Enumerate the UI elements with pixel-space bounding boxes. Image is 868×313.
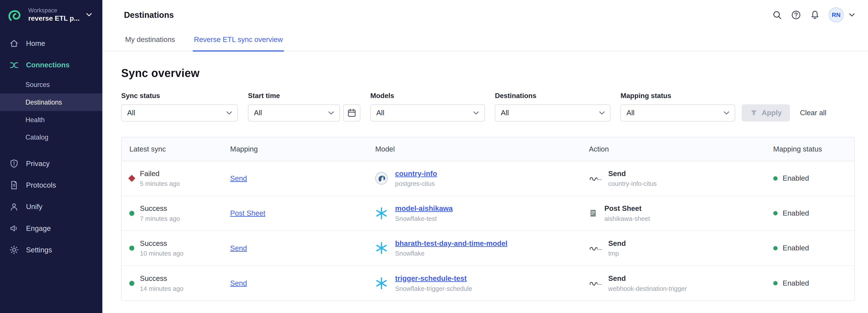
chevron-down-icon[interactable] [849,13,855,17]
connections-subnav: Sources Destinations Health Catalog [0,76,102,150]
sidebar-item-label: Engage [26,224,51,232]
sidebar-subitem-label: Destinations [25,98,62,106]
mapping-status-text: Enabled [783,244,809,253]
document-icon [9,180,19,190]
action-destination-text: aishikawa-sheet [604,215,650,223]
section-title: Sync overview [121,67,855,80]
megaphone-icon [9,224,19,233]
top-header: Destinations RN [102,0,868,30]
enabled-status-icon [773,176,778,181]
success-status-icon [129,246,134,251]
workspace-switcher[interactable]: Workspace reverse ETL p... [0,0,102,30]
filter-label: Models [370,92,485,100]
sidebar-item-health[interactable]: Health [0,111,102,129]
sidebar-subitem-label: Catalog [25,133,48,141]
filter-icon [750,109,758,117]
search-icon[interactable] [772,10,782,20]
bell-icon[interactable] [810,10,820,20]
model-link[interactable]: trigger-schedule-test [395,274,472,283]
action-destination-text: tmp [608,250,626,257]
table-row: Failed 5 minutes ago Send country-info p… [122,161,854,196]
chevron-down-icon [724,111,729,115]
model-source-text: Snowflake [395,250,507,257]
success-status-icon [129,211,134,216]
model-source-text: Snowflake-trigger-schedule [395,285,472,292]
calendar-icon [347,108,356,118]
sidebar-item-catalog[interactable]: Catalog [0,128,102,146]
sync-time-text: 14 minutes ago [140,285,183,292]
chevron-down-icon [226,111,232,115]
clear-all-button[interactable]: Clear all [800,109,826,117]
sidebar-item-sources[interactable]: Sources [0,76,102,93]
tab-reverse-etl-sync-overview[interactable]: Reverse ETL sync overview [193,30,284,52]
sidebar-item-label: Unify [26,202,42,211]
shield-icon [9,159,19,168]
sidebar-item-privacy[interactable]: Privacy [0,153,102,174]
models-select[interactable]: All [370,104,485,122]
mapping-link[interactable]: Post Sheet [230,209,266,217]
chevron-down-icon [86,13,92,16]
model-link[interactable]: country-info [395,169,437,178]
sidebar-item-label: Privacy [26,160,50,168]
webhook-icon [589,244,602,252]
filter-label: Mapping status [620,92,735,100]
sync-status-text: Success [140,274,183,283]
snowflake-icon [375,242,388,254]
workspace-info: Workspace reverse ETL p... [28,7,80,22]
sidebar-item-connections[interactable]: Connections [0,54,102,76]
filter-sync-status: Sync status All [121,92,238,121]
webhook-icon [589,175,602,182]
sidebar-subitem-label: Sources [25,81,50,88]
sidebar-item-destinations[interactable]: Destinations [0,93,102,111]
tab-my-destinations[interactable]: My destinations [124,30,176,52]
table-row: Success 10 minutes ago Send bharath-test… [122,231,854,265]
snowflake-icon [375,207,388,220]
sidebar-item-unify[interactable]: Unify [0,196,102,218]
destinations-select[interactable]: All [495,104,611,122]
filter-models: Models All [370,92,485,121]
column-header-latest-sync: Latest sync [129,145,230,153]
sidebar-item-home[interactable]: Home [0,33,102,54]
webhook-icon [589,279,602,287]
filter-start-time: Start time All [248,92,360,121]
model-link[interactable]: bharath-test-day-and-time-model [395,239,507,248]
mapping-status-text: Enabled [783,209,809,218]
mapping-status-text: Enabled [783,279,809,288]
filter-label: Start time [248,92,360,100]
help-icon[interactable] [791,10,801,20]
apply-button[interactable]: Apply [742,104,790,122]
sidebar-item-engage[interactable]: Engage [0,218,102,239]
postgres-icon [375,172,388,185]
action-destination-text: country-info-citus [608,180,657,188]
avatar[interactable]: RN [829,7,844,22]
sidebar: Workspace reverse ETL p... Home Connecti… [0,0,102,313]
workspace-name: reverse ETL p... [28,14,80,22]
mapping-link[interactable]: Send [230,244,247,252]
mapping-link[interactable]: Send [230,279,247,287]
enabled-status-icon [773,246,778,250]
sync-status-text: Failed [140,169,180,178]
chevron-down-icon [329,111,334,115]
action-name-text: Post Sheet [604,204,650,213]
start-time-select[interactable]: All [248,104,340,122]
gear-icon [9,245,19,254]
mapping-status-select[interactable]: All [620,104,735,122]
select-value: All [501,109,509,117]
person-icon [9,202,19,212]
chevron-down-icon [599,111,604,115]
mapping-link[interactable]: Send [230,174,247,183]
sync-status-select[interactable]: All [121,104,238,122]
column-header-model: Model [375,145,589,153]
content-area: Sync overview Sync status All Start time… [102,51,868,313]
sync-time-text: 7 minutes ago [140,215,180,223]
sync-time-text: 5 minutes ago [140,180,180,188]
failed-status-icon [128,175,135,182]
sidebar-item-settings[interactable]: Settings [0,239,102,261]
filter-destinations: Destinations All [495,92,611,121]
select-value: All [254,109,262,117]
model-link[interactable]: model-aishikawa [395,204,453,213]
sidebar-item-protocols[interactable]: Protocols [0,174,102,196]
sync-time-text: 10 minutes ago [140,250,183,257]
sync-overview-table: Latest sync Mapping Model Action Mapping… [121,137,855,301]
calendar-button[interactable] [343,104,360,122]
